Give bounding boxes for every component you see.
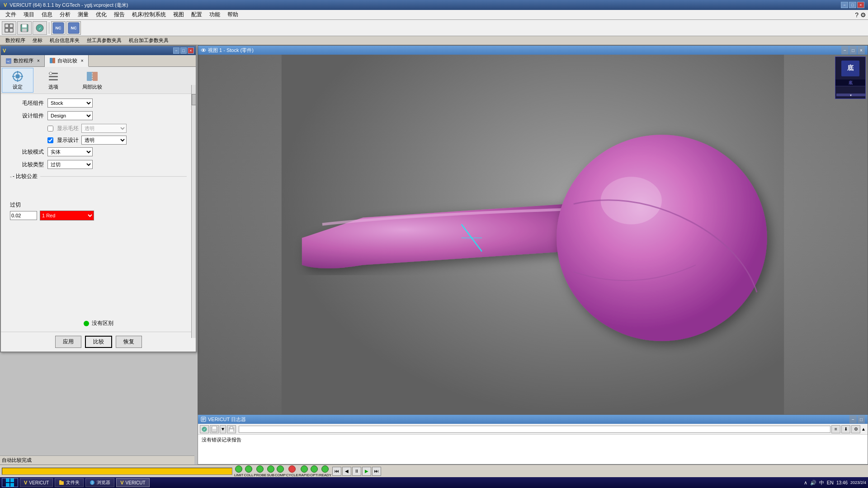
svg-rect-0 bbox=[5, 24, 9, 28]
tab-nc-program[interactable]: NC 数控程序 × bbox=[1, 55, 45, 66]
taskbar-item-2[interactable]: 文件夹 bbox=[55, 478, 84, 487]
menu-project[interactable]: 项目 bbox=[20, 10, 38, 19]
svg-rect-27 bbox=[87, 72, 92, 81]
viewport-min-btn[interactable]: − bbox=[841, 46, 849, 54]
viewport-canvas[interactable]: 底 底 ▼ bbox=[198, 55, 868, 414]
log-print-btn[interactable] bbox=[227, 425, 236, 433]
nav-prev-btn[interactable]: ◀ bbox=[342, 467, 351, 476]
tray-expand-icon[interactable]: ∧ bbox=[804, 480, 807, 486]
dialog-maximize[interactable]: □ bbox=[180, 47, 187, 54]
sub-toolbar-param[interactable]: 机台加工参数夹具 bbox=[125, 37, 172, 44]
color-select[interactable]: 1 Red bbox=[40, 211, 94, 221]
maximize-button[interactable]: □ bbox=[849, 2, 856, 8]
nav-rewind-btn[interactable]: ⏮ bbox=[332, 467, 341, 476]
indicator-cycle: CYCLE bbox=[286, 465, 298, 477]
log-clear-btn[interactable]: ✓ bbox=[200, 425, 209, 433]
tab-compare-close[interactable]: × bbox=[81, 58, 84, 63]
minimize-button[interactable]: − bbox=[841, 2, 848, 8]
menu-optimize[interactable]: 优化 bbox=[92, 10, 110, 19]
sub-nav-settings[interactable]: 设定 bbox=[2, 68, 33, 93]
menu-view[interactable]: 视图 bbox=[170, 10, 188, 19]
log-min-btn[interactable]: − bbox=[849, 415, 857, 423]
menu-help[interactable]: 帮助 bbox=[224, 10, 242, 19]
design-group-select[interactable]: Design bbox=[47, 111, 93, 120]
log-dropdown-btn[interactable]: ▼ bbox=[220, 425, 226, 433]
menu-file[interactable]: 文件 bbox=[2, 10, 20, 19]
log-max-btn[interactable]: □ bbox=[858, 415, 865, 423]
status-row: 没有区别 bbox=[1, 319, 196, 327]
taskbar-item-3[interactable]: 浏览器 bbox=[85, 478, 114, 487]
tray-lang-icon[interactable]: EN bbox=[827, 480, 834, 485]
3d-scene bbox=[198, 55, 868, 414]
settings-icon[interactable]: ⚙ bbox=[860, 11, 866, 19]
start-button[interactable] bbox=[2, 478, 18, 487]
menu-function[interactable]: 功能 bbox=[206, 10, 224, 19]
menu-machine[interactable]: 机床/控制系统 bbox=[128, 10, 170, 19]
menu-report[interactable]: 报告 bbox=[110, 10, 128, 19]
toolbar-save-button[interactable] bbox=[17, 21, 32, 35]
panel-scrollbar[interactable] bbox=[191, 85, 196, 338]
nav-ff-btn[interactable]: ⏭ bbox=[372, 467, 381, 476]
menu-info[interactable]: 信息 bbox=[38, 10, 56, 19]
log-save-btn[interactable] bbox=[210, 425, 219, 433]
toolbar-nc1-button[interactable]: NC bbox=[51, 21, 66, 35]
viewport-restore-btn[interactable]: □ bbox=[849, 46, 857, 54]
design-group-label: 设计组件 bbox=[14, 112, 44, 120]
sub-toolbar-nc[interactable]: 数控程序 bbox=[2, 37, 29, 44]
dialog-close[interactable]: × bbox=[188, 47, 194, 54]
sub-nav-local[interactable]: 局部比较 bbox=[73, 68, 111, 92]
restore-button[interactable]: 恢复 bbox=[116, 336, 142, 348]
log-export-btn[interactable]: ⬇ bbox=[841, 425, 850, 433]
sub-toolbar-tool[interactable]: 丝工具参数夹具 bbox=[83, 37, 125, 44]
mini-view-canvas: 底 bbox=[835, 57, 865, 80]
dialog-minimize[interactable]: − bbox=[173, 47, 179, 54]
toolbar-verify-button[interactable]: ✓ bbox=[33, 21, 47, 35]
overcut-value-row: 1 Red bbox=[10, 211, 187, 221]
tray-volume-icon[interactable]: 🔊 bbox=[810, 480, 816, 486]
svg-text:底: 底 bbox=[847, 64, 854, 71]
nav-play-btn[interactable]: ▶ bbox=[362, 467, 371, 476]
show-design-select[interactable]: 透明 bbox=[81, 136, 127, 145]
log-expand-btn[interactable]: ▲ bbox=[861, 425, 866, 433]
taskbar-browser-icon bbox=[90, 480, 95, 485]
mini-view-nav: ▼ bbox=[835, 93, 866, 97]
log-settings-btn[interactable]: ⚙ bbox=[851, 425, 860, 433]
tray-zh-icon[interactable]: 中 bbox=[819, 479, 824, 486]
overcut-input[interactable] bbox=[10, 211, 37, 220]
sub-toolbar-machine[interactable]: 机台信息库夹 bbox=[46, 37, 83, 44]
compare-mode-select[interactable]: 实体 bbox=[47, 147, 93, 156]
apply-button[interactable]: 应用 bbox=[55, 336, 81, 348]
toolbar-grid-button[interactable] bbox=[2, 21, 16, 35]
opti-dot bbox=[311, 465, 318, 473]
viewport-close-btn[interactable]: × bbox=[858, 46, 865, 54]
sub-toolbar-coord[interactable]: 坐标 bbox=[29, 37, 46, 44]
stock-group-select[interactable]: Stock bbox=[47, 99, 93, 108]
log-search-input[interactable] bbox=[239, 426, 830, 433]
dialog-controls[interactable]: − □ × bbox=[173, 47, 194, 54]
svg-rect-53 bbox=[10, 479, 14, 482]
tab-auto-compare[interactable]: 自动比较 × bbox=[45, 55, 89, 67]
tab-nc-close[interactable]: × bbox=[37, 58, 40, 63]
compare-button[interactable]: 比较 bbox=[85, 336, 112, 348]
scrollbar-thumb[interactable] bbox=[192, 94, 196, 105]
ready-label: READY bbox=[319, 473, 332, 477]
help-icon[interactable]: ? bbox=[855, 11, 859, 19]
show-design-checkbox[interactable] bbox=[47, 137, 53, 143]
taskbar-vericut-active[interactable]: V VERICUT bbox=[116, 478, 149, 487]
menu-config[interactable]: 配置 bbox=[188, 10, 206, 19]
compare-type-select[interactable]: 过切 bbox=[47, 160, 93, 169]
close-button[interactable]: × bbox=[857, 2, 864, 8]
log-controls[interactable]: − □ bbox=[849, 415, 865, 423]
menu-analysis[interactable]: 分析 bbox=[56, 10, 74, 19]
show-stock-checkbox[interactable] bbox=[47, 126, 53, 131]
sub-nav-options[interactable]: 选项 bbox=[33, 68, 73, 92]
title-bar-controls[interactable]: − □ × bbox=[841, 2, 864, 8]
taskbar-item-1[interactable]: V VERICUT bbox=[20, 478, 53, 487]
log-icon bbox=[201, 417, 206, 422]
toolbar-nc2-button[interactable]: NC bbox=[66, 21, 81, 35]
viewport-controls[interactable]: − □ × bbox=[841, 46, 865, 54]
menu-measure[interactable]: 测量 bbox=[74, 10, 92, 19]
log-filter-btn[interactable]: ≡ bbox=[831, 425, 840, 433]
show-stock-select[interactable]: 透明 bbox=[81, 124, 127, 133]
nav-pause-btn[interactable]: ⏸ bbox=[352, 467, 361, 476]
